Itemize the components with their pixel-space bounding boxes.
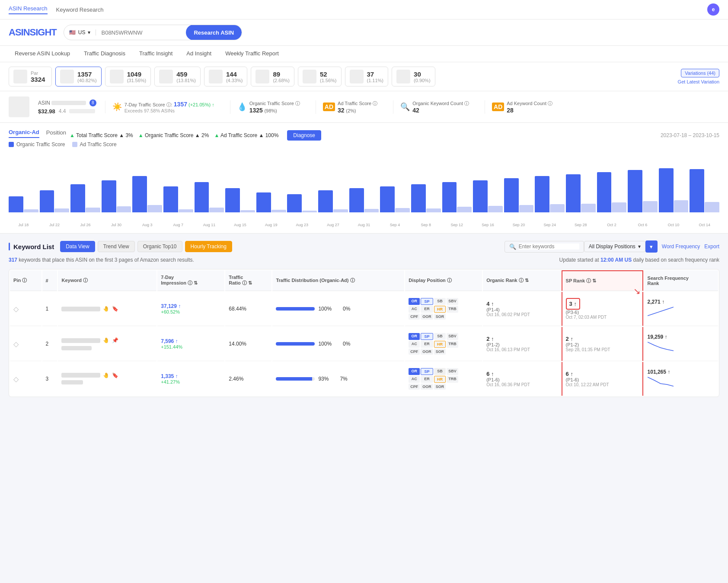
keyword-blurred-3b: [61, 380, 83, 384]
search-freq-val-2: 19,259 ↑: [648, 334, 715, 340]
variation-card-1[interactable]: 1357 (40.82%): [55, 67, 102, 86]
chart-label-15: Sep 16: [473, 223, 503, 227]
keyword-blurred-2b: [61, 346, 92, 350]
pin-icon-3[interactable]: ◇: [13, 375, 19, 383]
bar-organic-10: [318, 190, 333, 212]
dp-sb-1: SB: [434, 298, 446, 305]
display-positions-filter[interactable]: All Display Positions ▾: [584, 241, 645, 252]
filter-toggle-button[interactable]: ▾: [645, 240, 658, 253]
tab-data-view[interactable]: Data View: [60, 241, 95, 252]
logo: ASINSIGHT: [9, 27, 57, 38]
chart-label-21: Oct 10: [659, 223, 689, 227]
variations-badge-button[interactable]: Variations (44): [681, 69, 719, 77]
pin-cell-2: ◇: [10, 327, 42, 361]
dist-ad-bar-3: [312, 377, 315, 381]
dp-sor-1: SOR: [434, 314, 446, 320]
distribution-cell-1: 100% 0%: [272, 292, 404, 326]
export-button[interactable]: Export: [704, 243, 719, 250]
tab-hourly-tracking[interactable]: Hourly Tracking: [185, 241, 232, 252]
variation-card-7[interactable]: 37 (1.11%): [345, 67, 389, 86]
keyword-search-input[interactable]: [519, 243, 579, 250]
bar-organic-17: [535, 176, 549, 212]
variation-card-0[interactable]: Par 3324: [9, 67, 52, 86]
impression-value-1: 37,129 ↑: [161, 303, 221, 309]
bar-group-21: [659, 152, 689, 212]
research-asin-button[interactable]: Research ASIN: [186, 25, 242, 40]
variation-card-8[interactable]: 30 (0.90%): [392, 67, 435, 86]
bar-ad-10: [333, 209, 348, 212]
chart-label-1: Jul 22: [40, 223, 70, 227]
dist-bar-2: [276, 342, 315, 346]
product-price: $32.98: [38, 108, 55, 115]
organic-rank-date-1: Oct 16, 06:02 PM PDT: [486, 312, 557, 317]
tab-trend-view[interactable]: Trend View: [98, 241, 135, 252]
bar-group-12: [380, 152, 410, 212]
chart-label-12: Sep 4: [380, 223, 410, 227]
variation-card-2[interactable]: 1049 (31.56%): [105, 67, 151, 86]
pin-icon-2[interactable]: ◇: [13, 340, 19, 348]
bar-group-13: [411, 152, 441, 212]
tab-position[interactable]: Position: [46, 129, 66, 138]
country-selector[interactable]: 🇺🇸 US ▾: [64, 29, 96, 35]
variation-sub-2: (31.56%): [127, 78, 147, 83]
bar-organic-6: [195, 182, 209, 212]
tab-organic-ad[interactable]: Organic-Ad: [9, 129, 39, 138]
keyword-research-nav[interactable]: Keyword Research: [56, 6, 104, 13]
variation-card-4[interactable]: 144 (4.33%): [204, 67, 248, 86]
asin-research-nav[interactable]: ASIN Research: [9, 5, 48, 14]
bar-group-0: [9, 152, 38, 212]
ad-keyword-label: Ad Keyword Count ⓘ: [507, 100, 552, 107]
word-frequency-button[interactable]: Word Frequency: [662, 243, 700, 250]
bar-chart-bars: [9, 152, 719, 221]
bar-organic-0: [9, 196, 23, 212]
flag-icon: 🇺🇸: [69, 29, 76, 35]
asin-search-input[interactable]: [96, 29, 182, 36]
tab-traffic-insight[interactable]: Traffic Insight: [133, 46, 179, 62]
pin-icon-1[interactable]: ◇: [13, 305, 19, 313]
sun-icon: ☀️: [112, 102, 122, 112]
organic-rank-cell-3: 6 ↑ (P1-6) Oct 16, 06:36 PM PDT: [483, 362, 560, 396]
bar-ad-8: [271, 210, 286, 212]
info-rows: 317 keywords that place this ASIN on the…: [9, 257, 719, 266]
bar-group-8: [256, 152, 286, 212]
bar-group-4: [132, 152, 162, 212]
variation-sub-4: (4.33%): [226, 78, 243, 83]
tab-traffic-diagnosis[interactable]: Traffic Diagnosis: [78, 46, 131, 62]
user-avatar[interactable]: e: [707, 3, 719, 16]
variation-card-3[interactable]: 459 (13.81%): [154, 67, 201, 86]
col-display-pos: Display Position ⓘ: [405, 270, 482, 291]
keyword-icon-hand-3: 🤚: [103, 372, 109, 378]
col-sp-rank: SP Rank ⓘ ⇅: [562, 270, 643, 291]
dist-organic-bar-1: [276, 307, 315, 311]
chart-label-7: Aug 15: [225, 223, 255, 227]
tab-organic-top10[interactable]: Organic Top10: [137, 241, 182, 252]
bar-organic-20: [628, 170, 642, 212]
tab-ad-insight[interactable]: Ad Insight: [180, 46, 217, 62]
variation-card-6[interactable]: 52 (1.56%): [298, 67, 342, 86]
bar-organic-2: [70, 184, 85, 212]
dp-sp-3: SP: [421, 368, 433, 375]
bar-ad-11: [364, 209, 379, 212]
dp-hr-1: HR: [434, 306, 446, 313]
ad-keyword-stat: AD Ad Keyword Count ⓘ 28: [485, 100, 559, 114]
tab-weekly-traffic[interactable]: Weekly Traffic Report: [219, 46, 285, 62]
bar-ad-5: [179, 209, 193, 212]
dp-trb-2: TRB: [447, 341, 458, 348]
legend-label-organic: Organic Traffic Score: [16, 141, 65, 147]
get-latest-variation-button[interactable]: Get Latest Variation: [678, 79, 719, 84]
chevron-down-icon: ▾: [88, 29, 90, 35]
chart-stats: ▲ Total Traffic Score ▲ 3% ▲ Organic Tra…: [70, 130, 321, 141]
tab-reverse-asin[interactable]: Reverse ASIN Lookup: [9, 46, 76, 62]
impression-cell-1: 37,129 ↑ +60.52%: [157, 292, 224, 326]
sp-rank-range-3: (P1-6): [566, 377, 639, 382]
bar-group-16: [504, 152, 534, 212]
bar-organic-21: [659, 168, 674, 212]
product-thumbnail: [9, 96, 29, 117]
dp-sbv-2: SBV: [447, 333, 458, 340]
chart-label-19: Oct 2: [597, 223, 627, 227]
variation-number-3: 459: [176, 70, 196, 78]
dp-oor-2: OOR: [421, 349, 433, 355]
organic-rank-range-2: (P1-2): [486, 342, 557, 347]
diagnose-button[interactable]: Diagnose: [287, 130, 321, 141]
variation-card-5[interactable]: 89 (2.68%): [251, 67, 294, 86]
